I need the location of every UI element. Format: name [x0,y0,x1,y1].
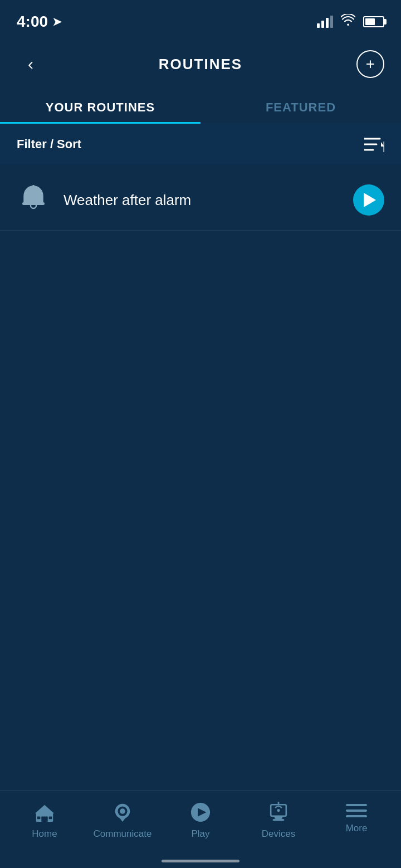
svg-marker-14 [119,818,125,822]
svg-point-20 [277,809,280,812]
svg-point-13 [120,808,125,814]
routine-icon-wrapper [17,183,50,217]
home-indicator [162,860,239,862]
bell-icon [21,185,46,216]
svg-rect-18 [275,816,282,819]
tab-your-routines[interactable]: YOUR ROUTINES [0,89,200,124]
svg-rect-19 [273,819,285,821]
tab-your-routines-label: YOUR ROUTINES [46,100,155,114]
nav-item-more[interactable]: More [317,802,395,834]
nav-devices-label: Devices [262,828,295,840]
wifi-icon [341,14,355,30]
nav-more-label: More [346,823,368,834]
sort-icon [364,136,384,152]
svg-rect-5 [32,185,35,188]
tab-active-underline [0,122,200,124]
page-title: ROUTINES [45,56,356,73]
svg-rect-10 [49,817,52,820]
tab-featured-label: FEATURED [266,100,336,114]
signal-icon [317,16,333,28]
bottom-navigation: Home Communicate Play Devices [0,790,401,868]
nav-item-play[interactable]: Play [162,802,239,840]
routine-name: Weather after alarm [63,192,353,209]
svg-marker-7 [35,805,54,813]
nav-communicate-label: Communicate [94,828,152,840]
nav-home-label: Home [32,828,57,840]
status-icons [317,14,384,30]
filter-sort-label: Filter / Sort [17,137,81,152]
tab-featured[interactable]: FEATURED [200,89,401,124]
tabs-container: YOUR ROUTINES FEATURED [0,89,401,124]
devices-icon [268,802,289,823]
sort-button[interactable] [364,136,384,152]
plus-icon: + [366,56,375,72]
svg-rect-4 [22,202,45,205]
status-time: 4:00 ➤ [17,13,62,31]
battery-icon [363,16,384,27]
home-icon [34,802,55,823]
nav-item-home[interactable]: Home [6,802,84,840]
communicate-icon [112,802,133,823]
routines-list: Weather after alarm [0,164,401,236]
svg-rect-9 [37,817,41,820]
play-icon [364,193,376,207]
play-nav-icon [190,802,211,823]
filter-sort-bar[interactable]: Filter / Sort [0,124,401,164]
status-bar: 4:00 ➤ [0,0,401,39]
nav-item-communicate[interactable]: Communicate [84,802,162,840]
nav-item-devices[interactable]: Devices [239,802,317,840]
routine-item[interactable]: Weather after alarm [0,170,401,231]
nav-play-label: Play [191,828,209,840]
page-header: ‹ ROUTINES + [0,39,401,89]
time-display: 4:00 [17,13,48,31]
more-icon [346,802,367,817]
add-routine-button[interactable]: + [356,50,384,78]
back-chevron-icon: ‹ [28,55,33,74]
location-arrow-icon: ➤ [52,15,62,28]
back-button[interactable]: ‹ [17,50,45,78]
svg-rect-8 [41,817,47,822]
run-routine-button[interactable] [353,184,384,216]
